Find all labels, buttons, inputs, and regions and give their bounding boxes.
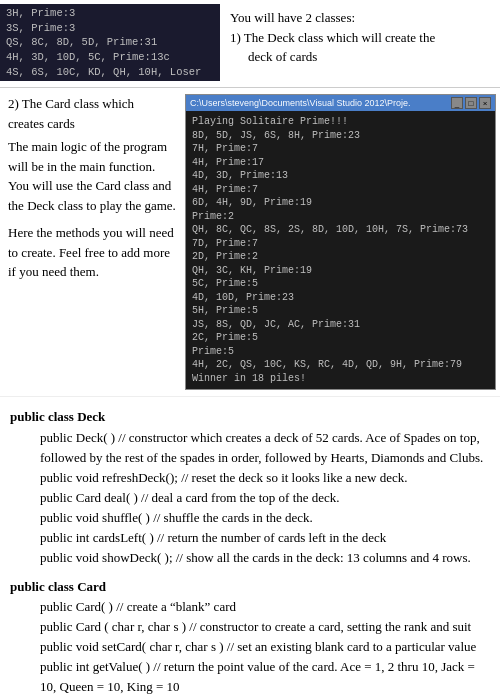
window-control-buttons[interactable]: _ □ × xyxy=(451,97,491,109)
window-title-text: C:\Users\steveng\Documents\Visual Studio… xyxy=(190,98,410,108)
deck-method-4: public int cardsLeft( ) // return the nu… xyxy=(40,528,490,548)
card-class-line2: creates cards xyxy=(8,116,75,131)
card-class-header: public class Card xyxy=(10,577,490,597)
console-window: C:\Users\steveng\Documents\Visual Studio… xyxy=(185,94,496,390)
item1b-text: deck of cards xyxy=(248,47,490,67)
code-snippet: 3H, Prime:3 3S, Prime:3 QS, 8C, 8D, 5D, … xyxy=(6,6,214,79)
card-class-block: public class Card public Card( ) // crea… xyxy=(10,577,490,700)
maximize-button[interactable]: □ xyxy=(465,97,477,109)
top-section: 3H, Prime:3 3S, Prime:3 QS, 8C, 8D, 5D, … xyxy=(0,0,500,88)
item1-text: 1) The Deck class which will create the xyxy=(230,28,490,48)
card-class-line1: 2) The Card class which xyxy=(8,96,134,111)
deck-method-3: public void shuffle( ) // shuffle the ca… xyxy=(40,508,490,528)
window-title-bar: C:\Users\steveng\Documents\Visual Studio… xyxy=(186,95,495,111)
deck-method-5: public void showDeck( ); // show all the… xyxy=(40,548,490,568)
close-button[interactable]: × xyxy=(479,97,491,109)
section-two: 2) The Card class which creates cards Th… xyxy=(0,88,500,397)
minimize-button[interactable]: _ xyxy=(451,97,463,109)
deck-class-block: public class Deck public Deck( ) // cons… xyxy=(10,407,490,568)
intro-text: You will have 2 classes: xyxy=(230,8,490,28)
main-logic-para: The main logic of the program will be in… xyxy=(8,137,177,215)
card-method-2: public void setCard( char r, char s ) //… xyxy=(40,637,490,657)
card-method-3: public int getValue( ) // return the poi… xyxy=(40,657,490,697)
card-method-1: public Card ( char r, char s ) // constr… xyxy=(40,617,490,637)
deck-method-0: public Deck( ) // constructor which crea… xyxy=(40,428,490,468)
card-method-0: public Card( ) // create a “blank” card xyxy=(40,597,490,617)
section-two-left: 2) The Card class which creates cards Th… xyxy=(0,94,185,390)
methods-intro-para: Here the methods you will need to create… xyxy=(8,223,177,282)
deck-method-2: public Card deal( ) // deal a card from … xyxy=(40,488,490,508)
card-class-intro: 2) The Card class which creates cards xyxy=(8,94,177,133)
deck-method-1: public void refreshDeck(); // reset the … xyxy=(40,468,490,488)
main-content: public class Deck public Deck( ) // cons… xyxy=(0,397,500,700)
console-output: Playing Solitaire Prime!!! 8D, 5D, JS, 6… xyxy=(186,111,495,389)
top-intro: You will have 2 classes: 1) The Deck cla… xyxy=(220,4,500,81)
code-snippet-box: 3H, Prime:3 3S, Prime:3 QS, 8C, 8D, 5D, … xyxy=(0,4,220,81)
deck-class-header: public class Deck xyxy=(10,407,490,427)
